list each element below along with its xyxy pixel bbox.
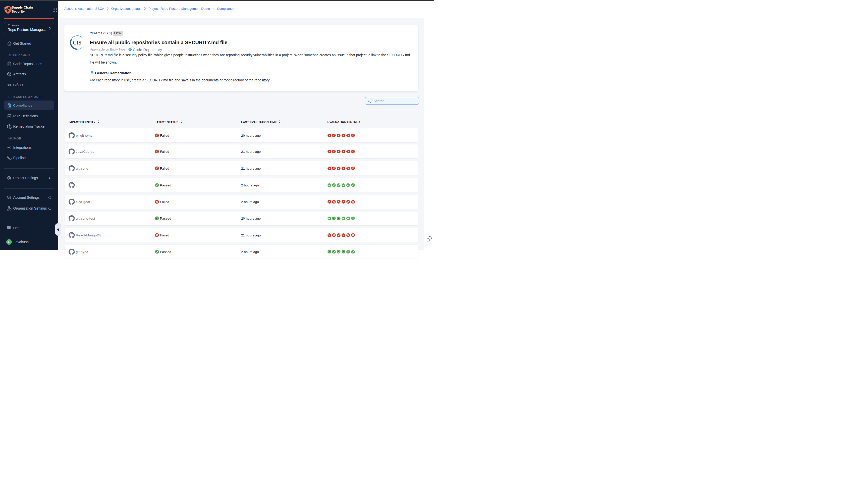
svg-text:CIS.: CIS. [72,39,82,45]
svg-text:</>: </> [129,48,131,50]
svg-text:?: ? [8,226,10,229]
